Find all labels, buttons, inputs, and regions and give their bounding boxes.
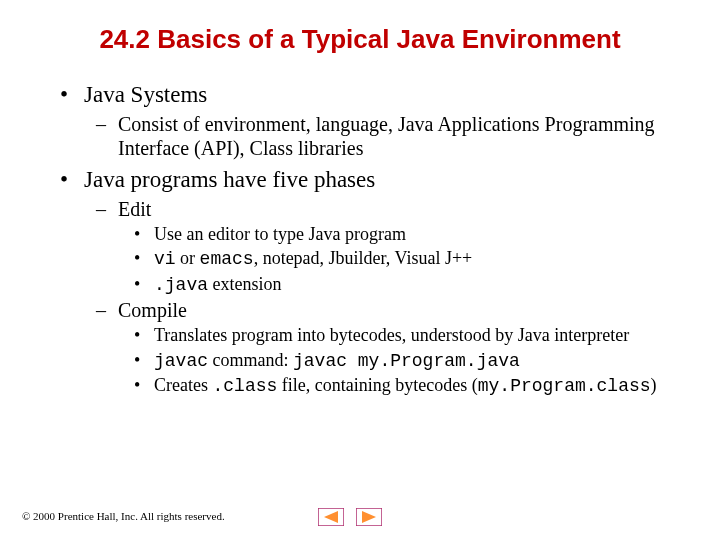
bullet-five-phases: Java programs have five phases <box>60 166 680 195</box>
detail-bytecodes: Translates program into bytecodes, under… <box>134 324 680 347</box>
code-javac: javac <box>154 351 208 371</box>
prev-arrow-icon[interactable] <box>318 508 344 526</box>
subbullet-edit: Edit <box>96 197 680 221</box>
detail-vi-emacs: vi or emacs, notepad, Jbuilder, Visual J… <box>134 247 680 271</box>
detail-javac: javac command: javac my.Program.java <box>134 349 680 373</box>
text-editors-rest: , notepad, Jbuilder, Visual J++ <box>254 248 473 268</box>
detail-java-ext: .java extension <box>134 273 680 297</box>
detail-class-file: Creates .class file, containing bytecode… <box>134 374 680 398</box>
code-class-ext: .class <box>212 376 277 396</box>
text-extension: extension <box>208 274 282 294</box>
code-vi: vi <box>154 249 176 269</box>
slide: 24.2 Basics of a Typical Java Environmen… <box>0 0 720 540</box>
next-arrow-icon[interactable] <box>356 508 382 526</box>
nav-arrows <box>318 508 382 526</box>
code-java-ext: .java <box>154 275 208 295</box>
code-emacs: emacs <box>200 249 254 269</box>
detail-editor: Use an editor to type Java program <box>134 223 680 246</box>
code-myprogram-class: my.Program.class <box>478 376 651 396</box>
code-javac-invoke: javac my.Program.java <box>293 351 520 371</box>
subbullet-api: Consist of environment, language, Java A… <box>96 112 680 160</box>
bullet-java-systems: Java Systems <box>60 81 680 110</box>
text-or: or <box>176 248 200 268</box>
copyright-footer: © 2000 Prentice Hall, Inc. All rights re… <box>22 510 225 522</box>
text-creates: Creates <box>154 375 212 395</box>
text-containing: file, containing bytecodes ( <box>277 375 477 395</box>
svg-marker-1 <box>324 511 338 523</box>
slide-title: 24.2 Basics of a Typical Java Environmen… <box>0 24 720 55</box>
text-command: command: <box>208 350 293 370</box>
slide-body: Java Systems Consist of environment, lan… <box>60 75 680 400</box>
text-paren-close: ) <box>651 375 657 395</box>
subbullet-compile: Compile <box>96 298 680 322</box>
svg-marker-3 <box>362 511 376 523</box>
